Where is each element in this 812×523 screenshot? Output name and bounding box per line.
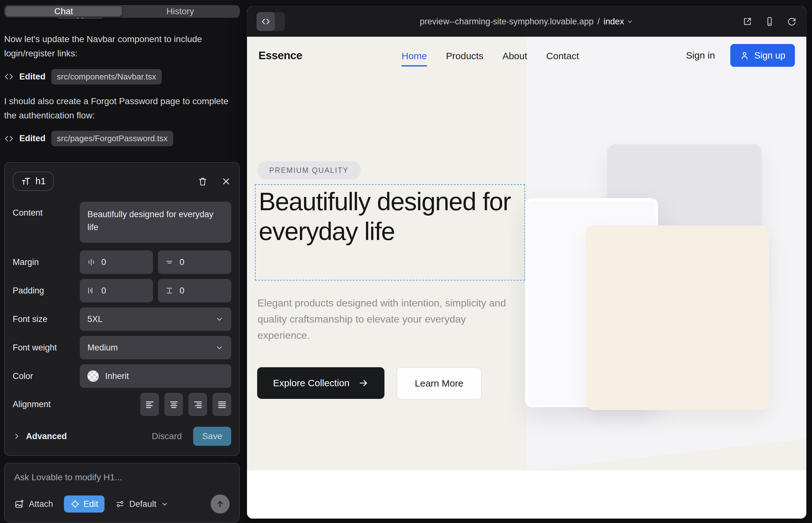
hero-paragraph: Elegant products designed with intention… — [258, 295, 511, 344]
discard-button[interactable]: Discard — [152, 431, 182, 441]
attach-button[interactable]: Attach — [14, 499, 53, 509]
code-icon — [4, 72, 14, 82]
margin-y-input[interactable]: 0 — [158, 250, 231, 274]
hero-badge: PREMIUM QUALITY — [257, 161, 361, 180]
default-mode-button[interactable]: Default — [115, 499, 169, 509]
code-view-toggle[interactable] — [257, 12, 285, 31]
align-center-icon — [169, 399, 179, 410]
align-justify-icon — [217, 399, 227, 410]
align-justify-button[interactable] — [212, 393, 231, 416]
chevron-down-icon — [161, 500, 169, 508]
edited-file-row: Edited src/components/Navbar.tsx — [4, 69, 240, 85]
person-icon — [740, 51, 749, 60]
save-button[interactable]: Save — [193, 427, 231, 446]
chevron-down-icon — [215, 315, 224, 323]
content-label: Content — [13, 202, 80, 218]
typography-icon — [21, 176, 31, 186]
assistant-message: Now let's update the Navbar component to… — [4, 32, 229, 61]
refresh-icon — [787, 16, 797, 26]
transparent-color-swatch — [87, 371, 99, 382]
route-selector[interactable]: index — [604, 17, 634, 26]
learn-more-button[interactable]: Learn More — [396, 367, 482, 399]
nav-link-contact[interactable]: Contact — [546, 49, 579, 61]
sign-in-button[interactable]: Sign in — [686, 50, 715, 61]
external-link-icon — [742, 16, 753, 26]
code-icon — [257, 12, 275, 31]
selected-h1-element[interactable]: Beautifully designed for everyday life — [255, 184, 525, 281]
edited-file-row: Edited src/pages/ForgotPassword.tsx — [4, 131, 240, 146]
preview-url[interactable]: preview--charming-site-symphony.lovable.… — [420, 17, 594, 26]
padding-label: Padding — [13, 286, 80, 296]
align-right-button[interactable] — [189, 393, 207, 416]
padding-horizontal-icon — [87, 286, 96, 295]
chevron-down-icon — [626, 18, 633, 25]
content-input[interactable]: Beautifully designed for everyday life — [80, 202, 231, 243]
send-button[interactable] — [211, 494, 230, 513]
delete-element-button[interactable] — [198, 176, 208, 186]
margin-vertical-icon — [165, 258, 174, 267]
edited-label: Edited — [19, 72, 46, 82]
explore-collection-button[interactable]: Explore Collection — [257, 367, 385, 399]
margin-x-input[interactable]: 0 — [80, 250, 153, 274]
font-size-label: Font size — [13, 314, 80, 324]
margin-horizontal-icon — [87, 258, 96, 267]
edited-file-chip[interactable]: src/components/Navbar.tsx — [51, 69, 162, 85]
open-external-button[interactable] — [742, 16, 753, 26]
align-left-button[interactable] — [140, 393, 159, 416]
alignment-label: Alignment — [13, 399, 80, 409]
close-panel-button[interactable] — [221, 176, 231, 186]
arrow-right-icon — [358, 378, 369, 388]
padding-y-input[interactable]: 0 — [158, 279, 231, 302]
chevron-down-icon — [215, 343, 224, 352]
smartphone-icon — [764, 16, 775, 26]
sign-up-button[interactable]: Sign up — [730, 44, 795, 67]
edit-mode-button[interactable]: Edit — [64, 495, 105, 512]
site-navbar: Essence Home Products About Contact Sign… — [247, 37, 806, 74]
url-separator: / — [597, 17, 600, 26]
edited-file-chip[interactable]: src/pages/ForgotPassword.tsx — [51, 131, 174, 146]
assistant-message: I should also create a Forgot Password p… — [4, 94, 229, 123]
close-icon — [221, 176, 231, 186]
tab-history[interactable]: History — [122, 6, 239, 16]
mobile-view-button[interactable] — [764, 16, 775, 26]
tab-chat[interactable]: Chat — [5, 6, 122, 16]
padding-vertical-icon — [165, 286, 174, 295]
site-logo: Essence — [259, 49, 302, 62]
color-label: Color — [13, 371, 80, 381]
chat-composer: Attach Edit Default — [4, 463, 240, 522]
color-select[interactable]: Inherit — [80, 364, 231, 388]
selected-element-pill[interactable]: h1 — [13, 172, 54, 191]
refresh-button[interactable] — [787, 16, 797, 26]
nav-link-home[interactable]: Home — [402, 49, 427, 67]
element-tag: h1 — [35, 176, 46, 186]
preview-pane: preview--charming-site-symphony.lovable.… — [247, 6, 806, 519]
trash-icon — [198, 176, 208, 186]
nav-link-products[interactable]: Products — [446, 49, 483, 61]
chat-history-tabbar: Chat History — [4, 5, 240, 18]
align-left-icon — [145, 399, 155, 410]
edited-label: Edited — [19, 133, 46, 143]
font-size-select[interactable]: 5XL — [80, 307, 231, 331]
preview-toolbar: preview--charming-site-symphony.lovable.… — [247, 6, 806, 37]
align-right-icon — [193, 399, 203, 410]
lovable-sidebar: Chat History Now let's update the Navbar… — [0, 0, 247, 523]
attach-image-icon — [14, 499, 24, 509]
align-center-button[interactable] — [164, 393, 183, 416]
decorative-card-beige — [586, 226, 769, 410]
font-weight-label: Font weight — [13, 343, 80, 353]
sliders-icon — [115, 499, 125, 509]
nav-link-about[interactable]: About — [502, 49, 527, 61]
arrow-up-icon — [215, 499, 225, 509]
font-weight-select[interactable]: Medium — [80, 336, 231, 359]
target-icon — [70, 499, 80, 509]
advanced-toggle[interactable]: Advanced — [13, 432, 67, 441]
chat-input[interactable] — [14, 472, 230, 483]
chevron-right-icon — [13, 432, 21, 440]
hero-heading: Beautifully designed for everyday life — [255, 185, 523, 247]
margin-label: Margin — [13, 257, 80, 267]
element-editor-panel: h1 Content Beautifully designed for ever… — [4, 162, 240, 456]
code-icon — [4, 134, 14, 143]
rendered-site: Essence Home Products About Contact Sign… — [247, 37, 806, 519]
padding-x-input[interactable]: 0 — [80, 279, 153, 302]
